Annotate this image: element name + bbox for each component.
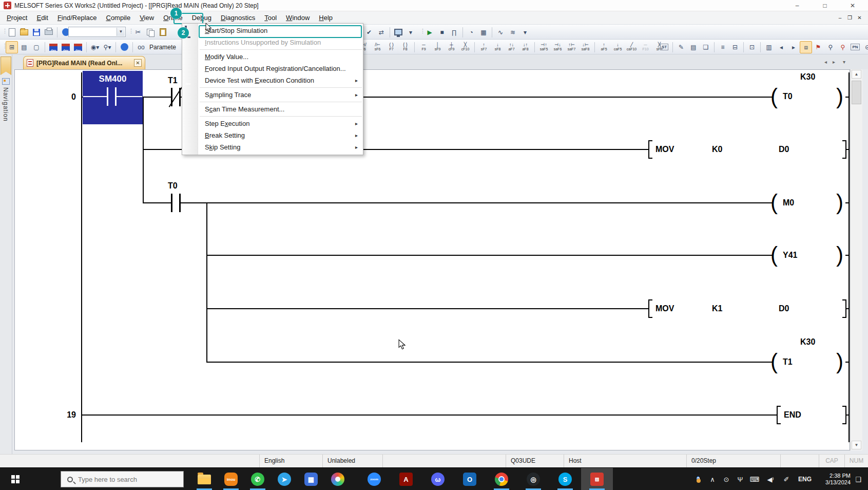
taskbar-app-discord[interactable]: ω <box>422 468 454 490</box>
work-window-icon[interactable]: ▢ <box>30 41 43 53</box>
ladder-symbol-caf10-button[interactable]: ╱caF10 <box>625 41 639 54</box>
debug-menu-item-device-test-with-execution-condition[interactable]: Device Test with Execution Condition▸ <box>182 74 363 86</box>
copy-icon[interactable] <box>144 26 157 39</box>
coil-y41-label[interactable]: Y41 <box>783 251 797 260</box>
end-instruction[interactable]: END <box>784 410 801 420</box>
chevron-up-icon[interactable]: ∧ <box>706 476 719 483</box>
device-batch-monitor-icon[interactable]: ▦ <box>477 26 490 39</box>
menu-view[interactable]: View <box>135 11 159 24</box>
device-display-icon[interactable]: ◉▾ <box>89 41 101 53</box>
statement-list-icon[interactable]: ≡ <box>717 41 729 53</box>
ladder-symbol-sf8-button[interactable]: ↓sF8 <box>491 41 505 54</box>
pen-icon[interactable]: ✐ <box>779 476 794 483</box>
taskbar-app-skype[interactable]: S <box>549 468 581 490</box>
scroll-down-icon[interactable]: ▼ <box>852 441 861 449</box>
device-list-icon[interactable]: ▥ <box>763 41 775 53</box>
debug-menu-item-forced-input-output-registration-cancellation[interactable]: Forced Input Output Registration/Cancell… <box>182 63 363 74</box>
microphone-icon[interactable]: Ψ <box>734 476 747 483</box>
taskbar-app-zoom[interactable]: zoom <box>358 468 390 490</box>
taskbar-search[interactable] <box>61 471 184 487</box>
debug-menu-item-break-setting[interactable]: Break Setting▸ <box>182 129 363 141</box>
maximize-button[interactable]: □ <box>818 1 832 10</box>
taskbar-app-acrobat-reader[interactable]: A <box>390 468 422 490</box>
cut-icon[interactable]: ✂ <box>132 26 144 39</box>
ladder-symbol-af5-button[interactable]: ↑aF5 <box>597 41 611 54</box>
previous-icon[interactable]: ◂ <box>775 41 787 53</box>
inline-statement-icon[interactable]: ST <box>658 41 670 53</box>
device-init-icon[interactable] <box>72 41 84 53</box>
tab-scroll-left-icon[interactable]: ◂ <box>824 59 827 65</box>
toolbar-overflow-icon[interactable]: ▾ <box>404 26 417 39</box>
ladder-symbol-saf5-button[interactable]: ⊣↑saF5 <box>537 41 551 54</box>
close-button[interactable]: ✕ <box>846 1 859 10</box>
ladder-symbol-saf6-button[interactable]: ⊣↓saF6 <box>551 41 565 54</box>
tab-list-icon[interactable]: ▾ <box>843 59 845 65</box>
tab-prg-read-main[interactable]: [PRG]Read MAIN (Read Onl... ✕ <box>23 56 145 69</box>
ladder-symbol-f7-button[interactable]: ( )F7 <box>384 41 398 54</box>
ladder-symbol-af8-button[interactable]: ↓↑aF8 <box>518 41 532 54</box>
mov2-src[interactable]: K1 <box>712 304 722 313</box>
coil-m0-label[interactable]: M0 <box>783 198 794 208</box>
menu-compile[interactable]: Compile <box>101 11 135 24</box>
help-bubble-icon[interactable]: ? <box>690 475 706 484</box>
scrollbar-thumb[interactable] <box>852 81 861 104</box>
note-edit-icon[interactable]: ❏ <box>700 41 712 53</box>
ladder-symbol-sf9-button[interactable]: │sF9 <box>431 41 445 54</box>
language-indicator[interactable]: ENG <box>794 476 816 483</box>
module-configuration-icon[interactable]: ▤ <box>18 41 30 53</box>
mdi-close-button[interactable]: ✕ <box>855 14 864 22</box>
navigation-panel-label[interactable]: Navigation <box>2 87 9 122</box>
mdi-restore-button[interactable]: ❐ <box>845 14 854 22</box>
find-combobox[interactable]: ▼ <box>68 27 126 37</box>
open-project-icon[interactable] <box>18 26 30 39</box>
selected-cell-sm400[interactable]: SM400 <box>83 71 143 124</box>
menu-diagnostics[interactable]: Diagnostics <box>216 11 260 24</box>
vertical-scrollbar[interactable]: ▲ ▼ <box>850 69 862 450</box>
zoom-out-icon[interactable]: ⊝ <box>861 41 868 53</box>
pin-icon[interactable]: ⚑ <box>812 41 824 53</box>
contact-t0-label[interactable]: T0 <box>168 181 178 191</box>
taskbar-app-file-explorer[interactable] <box>191 468 218 490</box>
next-icon[interactable]: ▸ <box>787 41 800 53</box>
ladder-symbol-caf5-button[interactable]: ↓caF5 <box>611 41 625 54</box>
monitor-stop-icon[interactable]: ■ <box>436 26 448 39</box>
new-project-icon[interactable] <box>6 26 18 39</box>
mov1-dst[interactable]: D0 <box>779 145 789 154</box>
mov1-op[interactable]: MOV <box>655 145 674 154</box>
mov1-src[interactable]: K0 <box>712 145 722 154</box>
statement-edit-icon[interactable]: ▤ <box>687 41 700 53</box>
notification-icon[interactable]: ❑ <box>851 476 866 483</box>
device-comment-icon[interactable] <box>47 41 60 53</box>
find-binoculars-icon[interactable]: oo <box>135 41 147 53</box>
coil-t1-label[interactable]: T1 <box>783 357 793 367</box>
context-help-icon[interactable] <box>118 41 130 53</box>
taskbar-app-chrome[interactable] <box>486 468 517 490</box>
scroll-up-icon[interactable]: ▲ <box>852 70 861 79</box>
chevron-down-icon[interactable]: ▼ <box>117 28 125 36</box>
find-zoom-icon[interactable]: ⚲ <box>824 41 837 53</box>
debug-menu-item-sampling-trace[interactable]: Sampling Trace▸ <box>182 89 363 101</box>
debug-menu-item-scan-time-measurement[interactable]: Scan Time Measurement... <box>182 103 363 115</box>
align-icon[interactable]: ⊡ <box>746 41 758 53</box>
wave-graph-icon[interactable]: ≋ <box>507 26 519 39</box>
search-input[interactable] <box>77 475 169 484</box>
transfer-setup-icon[interactable]: ⇄ <box>375 26 388 39</box>
save-project-icon[interactable] <box>30 26 43 39</box>
taskbar-app-whatsapp[interactable]: ✆ <box>244 468 271 490</box>
navigation-panel-collapsed[interactable]: Navigation <box>0 54 12 454</box>
menu-find-replace[interactable]: Find/Replace <box>53 11 102 24</box>
ladder-symbol-cf10-button[interactable]: ╳cF10 <box>458 41 472 54</box>
collapse-icon[interactable]: ⊟ <box>729 41 741 53</box>
taskbar-app-imou[interactable]: imou <box>218 468 244 490</box>
clock[interactable]: 2:38 PM3/13/2024 <box>816 473 851 486</box>
ladder-editor-canvas[interactable]: 0 19 T1 ( T0 ) K30 SM400 MOV K0 D0 <box>14 69 850 450</box>
taskbar-app-paint[interactable] <box>324 468 351 490</box>
menu-edit[interactable]: Edit <box>32 11 52 24</box>
ladder-symbol-cf9-button[interactable]: ┼cF9 <box>445 41 458 54</box>
menu-tool[interactable]: Tool <box>260 11 281 24</box>
ladder-symbol-af7-button[interactable]: ↑↓aF7 <box>505 41 518 54</box>
taskbar-app-calculator[interactable]: ▦ <box>298 468 324 490</box>
tab-close-icon[interactable]: ✕ <box>134 59 142 67</box>
coil-t1-preset[interactable]: K30 <box>800 337 815 347</box>
toolbar-overflow-icon[interactable]: ▾ <box>519 26 531 39</box>
